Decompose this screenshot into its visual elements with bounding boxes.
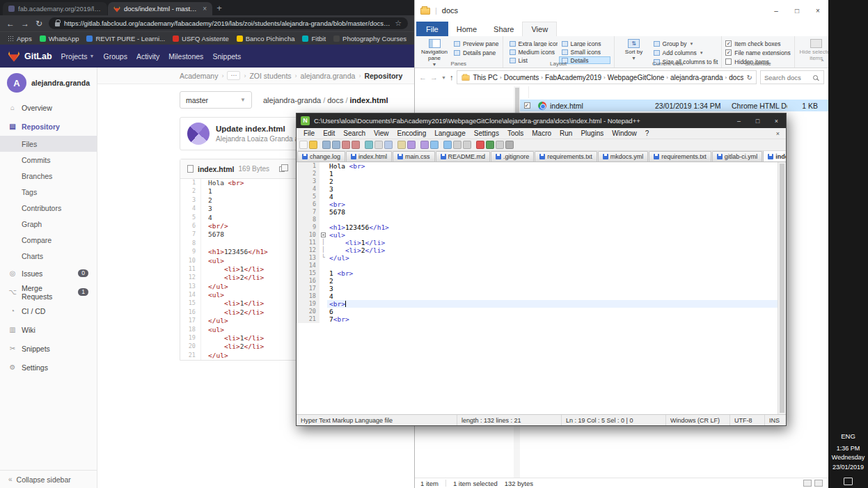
address-crumb-fabacademy2019[interactable]: FabAcademy2019: [545, 74, 601, 81]
line-number-link[interactable]: 1: [180, 179, 201, 187]
doc-tab-gitlab-ci-yml[interactable]: gitlab-ci.yml: [712, 151, 763, 162]
sidebar-item-ci-cd[interactable]: ◔CI / CD: [0, 301, 97, 320]
undo-icon[interactable]: [407, 141, 416, 149]
close-icon[interactable]: [342, 141, 350, 149]
new-file-icon[interactable]: [299, 141, 308, 149]
collapse-ribbon-icon[interactable]: ⌃: [820, 59, 825, 65]
details-pane-button[interactable]: Details pane: [454, 49, 499, 56]
eol-format[interactable]: Windows (CR LF): [666, 415, 730, 425]
address-bar[interactable]: https://gitlab.fabcloud.org/academany/fa…: [49, 17, 408, 29]
line-number-link[interactable]: 17: [180, 317, 201, 325]
sidebar-item-contributors[interactable]: Contributors: [0, 200, 97, 216]
bookmark-photography-courses[interactable]: Photography Courses: [330, 33, 410, 44]
editor-scrollbar[interactable]: [778, 162, 786, 414]
bookmark-usfq-asistente[interactable]: USFQ Asistente: [169, 33, 232, 44]
group-by-button[interactable]: Group by▼: [654, 40, 718, 47]
sidebar-item-settings[interactable]: ⚙Settings: [0, 358, 97, 377]
ribbon-tab-view[interactable]: View: [522, 22, 557, 36]
breadcrumb-alejandra-granda[interactable]: alejandra.granda: [301, 72, 356, 80]
sidebar-item-snippets[interactable]: ✂Snippets: [0, 339, 97, 358]
cut-icon[interactable]: [374, 141, 383, 149]
sidebar-item-files[interactable]: Files: [0, 136, 97, 152]
layout-option-large-icons[interactable]: Large icons: [559, 40, 610, 47]
preview-pane-button[interactable]: Preview pane: [454, 40, 499, 47]
npp-title-bar[interactable]: N C:\Users\aloai\Documents\FabAcademy201…: [297, 113, 786, 128]
close-all-icon[interactable]: [352, 141, 360, 149]
menu-view[interactable]: View: [370, 129, 393, 137]
menu-window[interactable]: Window: [608, 129, 641, 137]
menu-tools[interactable]: Tools: [503, 129, 528, 137]
gitlab-nav-milestones[interactable]: Milestones: [168, 52, 203, 61]
sidebar-item-repository[interactable]: ▤Repository: [0, 117, 97, 136]
line-number-link[interactable]: 3: [180, 196, 201, 205]
toggle-file-name-extensions[interactable]: ✓File name extensions: [725, 49, 790, 56]
gitlab-nav-groups[interactable]: Groups: [103, 52, 127, 61]
path-docs[interactable]: docs: [327, 96, 343, 104]
sidebar-item-compare[interactable]: Compare: [0, 232, 97, 248]
fold-margin[interactable]: [319, 231, 327, 239]
checkbox[interactable]: ✓: [725, 40, 732, 47]
line-number-link[interactable]: 21: [180, 352, 201, 360]
sidebar-item-graph[interactable]: Graph: [0, 216, 97, 232]
item-checkbox[interactable]: ✓: [524, 102, 530, 109]
tab-close-icon[interactable]: ×: [203, 5, 207, 13]
up-icon[interactable]: ↑: [450, 73, 454, 81]
line-number-link[interactable]: 9: [180, 248, 201, 256]
doc-tab-requirements-txt[interactable]: requirements.txt: [649, 151, 711, 162]
close-button[interactable]: ×: [807, 0, 828, 21]
refresh-icon[interactable]: ↻: [747, 74, 752, 81]
sidebar-item-wiki[interactable]: ▥Wiki: [0, 320, 97, 339]
action-center-icon[interactable]: [844, 478, 853, 485]
menu-macro[interactable]: Macro: [528, 129, 555, 137]
menu-file[interactable]: File: [299, 129, 319, 137]
url-text[interactable]: https://gitlab.fabcloud.org/academany/fa…: [64, 19, 390, 27]
breadcrumb-repository[interactable]: Repository: [364, 72, 402, 80]
large-icons-view-toggle-icon[interactable]: [814, 480, 823, 487]
breadcrumb-academany[interactable]: Academany: [180, 72, 218, 80]
new-tab-button[interactable]: +: [213, 2, 226, 15]
sidebar-item-overview[interactable]: ⌂Overview: [0, 98, 97, 117]
address-crumb-docs[interactable]: docs: [729, 74, 743, 81]
menu-settings[interactable]: Settings: [470, 129, 503, 137]
browser-tab-2-active[interactable]: docs/index.html - master · Acade... ×: [108, 2, 212, 15]
layout-option-small-icons[interactable]: Small icons: [559, 48, 610, 56]
browser-tab-1[interactable]: fab.academany.org/2019/labs/z...: [3, 2, 107, 15]
refresh-icon[interactable]: ↻: [35, 19, 42, 29]
path-index-html[interactable]: index.html: [350, 96, 388, 104]
layout-option-extra-large-icons[interactable]: Extra large icons: [507, 40, 558, 47]
address-breadcrumb-field[interactable]: This PC›Documents›FabAcademy2019›Webpage…: [457, 70, 757, 84]
recent-locations-icon[interactable]: ▼: [441, 75, 446, 80]
replace-icon[interactable]: [443, 141, 452, 149]
doc-tab-change-log[interactable]: change.log: [297, 151, 345, 162]
gitlab-nav-snippets[interactable]: Snippets: [212, 52, 241, 61]
menu-search[interactable]: Search: [339, 129, 370, 137]
open-file-icon[interactable]: [309, 141, 317, 149]
print-icon[interactable]: [365, 141, 373, 149]
line-number-link[interactable]: 7: [180, 230, 201, 239]
menu-help[interactable]: ?: [641, 129, 654, 137]
address-crumb-documents[interactable]: Documents: [504, 74, 539, 81]
search-input[interactable]: [764, 74, 810, 81]
doc-tab-index-html[interactable]: index.html: [346, 151, 392, 162]
line-number-link[interactable]: 12: [180, 274, 201, 282]
maximize-button[interactable]: □: [748, 113, 767, 128]
add-columns-button[interactable]: Add columns▼: [654, 49, 718, 56]
save-icon[interactable]: [322, 141, 331, 149]
play-macro-icon[interactable]: [486, 141, 494, 149]
line-number-link[interactable]: 10: [180, 257, 201, 265]
line-number-link[interactable]: 8: [180, 239, 201, 248]
line-number-link[interactable]: 11: [180, 265, 201, 274]
bookmark-revit-pure-learni[interactable]: REVIT PURE - Learni...: [83, 33, 168, 44]
line-number-link[interactable]: 5: [180, 214, 201, 222]
gitlab-brand[interactable]: GitLab: [8, 50, 52, 62]
bookmark-fitbit[interactable]: Fitbit: [299, 33, 329, 44]
sidebar-item-commits[interactable]: Commits: [0, 152, 97, 168]
language-indicator[interactable]: ENG: [841, 432, 855, 440]
line-number-link[interactable]: 4: [180, 205, 201, 213]
find-icon[interactable]: [430, 141, 439, 149]
zoom-out-icon[interactable]: [463, 141, 471, 149]
show-all-chars-icon[interactable]: [505, 141, 514, 149]
sidebar-item-issues[interactable]: ◎Issues0: [0, 264, 97, 283]
doc-tab-requirements-txt[interactable]: requirements.txt: [535, 151, 597, 162]
branch-selector[interactable]: master ▼: [180, 91, 252, 109]
